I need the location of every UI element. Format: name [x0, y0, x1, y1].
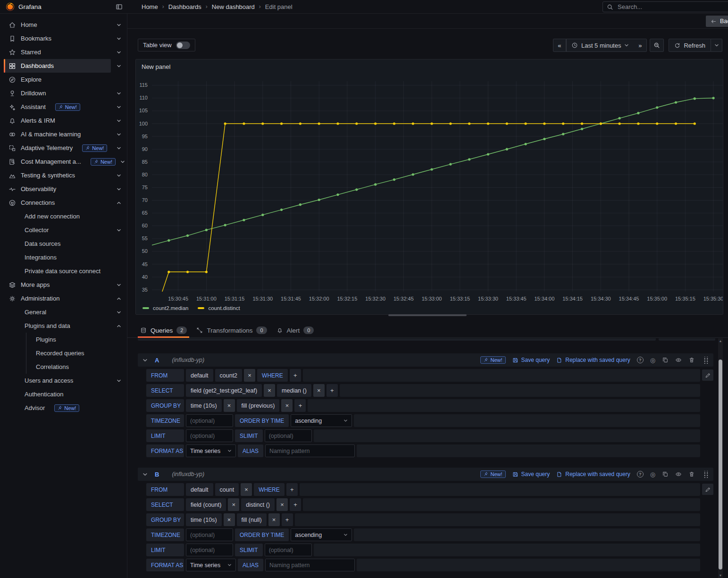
- sidebar-item-bookmarks[interactable]: Bookmarks: [0, 32, 127, 45]
- query-part-distinct[interactable]: distinct (): [241, 498, 275, 511]
- query-select-time-series[interactable]: Time series: [186, 444, 236, 457]
- query-help-button[interactable]: ?: [637, 357, 644, 363]
- breadcrumb-item-dashboards[interactable]: Dashboards: [168, 3, 201, 10]
- remove-part-button[interactable]: ×: [228, 498, 239, 511]
- chevron-down-icon[interactable]: [142, 358, 148, 363]
- sidebar-item-explore[interactable]: Explore: [0, 73, 127, 86]
- search-input[interactable]: [617, 3, 711, 11]
- time-shift-back-button[interactable]: «: [553, 39, 566, 52]
- query-select-time-series[interactable]: Time series: [186, 559, 236, 571]
- add-part-button[interactable]: +: [290, 369, 301, 382]
- panel-title[interactable]: New panel: [142, 63, 170, 70]
- chevron-down-icon[interactable]: [120, 159, 125, 164]
- query-input-naming-pattern[interactable]: [265, 444, 355, 457]
- sidebar-item-ai-machine-learning[interactable]: AI & machine learning: [0, 127, 127, 141]
- chevron-down-icon[interactable]: [117, 283, 121, 287]
- replace-with-saved-query-button[interactable]: Replace with saved query: [556, 357, 630, 363]
- query-part-median[interactable]: median (): [277, 384, 311, 397]
- dock-menu-toggle-icon[interactable]: [116, 3, 123, 10]
- sidebar-item-users-and-access[interactable]: Users and access: [0, 374, 127, 387]
- chevron-down-icon[interactable]: [142, 472, 148, 477]
- breadcrumb-item-home[interactable]: Home: [142, 3, 158, 10]
- remove-part-button[interactable]: ×: [313, 384, 325, 397]
- add-part-button[interactable]: +: [282, 513, 293, 526]
- save-query-button[interactable]: Save query: [512, 357, 550, 363]
- query-input-optional[interactable]: [186, 414, 233, 427]
- replace-with-saved-query-button[interactable]: Replace with saved query: [556, 471, 630, 477]
- remove-part-button[interactable]: ×: [244, 369, 255, 382]
- chevron-down-icon[interactable]: [117, 378, 121, 383]
- sidebar-item-home[interactable]: Home: [0, 18, 127, 32]
- chevron-down-icon[interactable]: [117, 118, 121, 123]
- remove-part-button[interactable]: ×: [224, 399, 235, 412]
- sidebar-item-integrations[interactable]: Integrations: [0, 251, 127, 264]
- back-button[interactable]: Back: [706, 16, 728, 27]
- query-part-fill-previous[interactable]: fill (previous): [237, 399, 280, 412]
- time-range-picker[interactable]: Last 5 minutes: [566, 39, 634, 52]
- chevron-down-icon[interactable]: [117, 173, 121, 178]
- table-view-toggle[interactable]: [176, 42, 190, 49]
- duplicate-query-button[interactable]: [662, 471, 669, 477]
- tab-alert[interactable]: Alert0: [274, 323, 317, 337]
- clause-keyword-where[interactable]: WHERE: [254, 483, 285, 496]
- query-part-field-count[interactable]: field (count): [186, 498, 226, 511]
- query-part-default[interactable]: default: [186, 369, 213, 382]
- chevron-up-icon[interactable]: [117, 324, 121, 328]
- query-disable-button[interactable]: ◎: [650, 357, 655, 363]
- chevron-down-icon[interactable]: [117, 36, 121, 41]
- toggle-text-edit-mode-button[interactable]: [702, 484, 713, 495]
- legend-item-count2-median[interactable]: count2.median: [142, 305, 188, 311]
- time-shift-forward-button[interactable]: »: [634, 39, 647, 52]
- refresh-interval-dropdown[interactable]: [711, 39, 722, 52]
- hide-query-button[interactable]: [675, 471, 682, 477]
- scroll-down-arrow[interactable]: ▼: [718, 574, 723, 577]
- delete-query-button[interactable]: [688, 357, 695, 363]
- add-part-button[interactable]: +: [286, 483, 298, 496]
- query-part-time-10s[interactable]: time (10s): [186, 513, 222, 526]
- chevron-down-icon[interactable]: [117, 187, 121, 192]
- add-part-button[interactable]: +: [326, 384, 338, 397]
- drag-handle-icon[interactable]: [703, 471, 709, 478]
- query-header-B[interactable]: B(influxdb-yp)New!Save queryReplace with…: [138, 468, 713, 481]
- save-query-button[interactable]: Save query: [512, 471, 550, 477]
- query-input-optional[interactable]: [186, 528, 233, 541]
- query-input-optional[interactable]: [265, 429, 312, 442]
- sidebar-item-administration[interactable]: Administration: [0, 292, 127, 305]
- sidebar-item-collector[interactable]: Collector: [0, 223, 127, 237]
- sidebar-item-correlations[interactable]: Correlations: [0, 360, 127, 374]
- sidebar-item-adaptive-telemetry[interactable]: Adaptive TelemetryNew!: [0, 141, 127, 155]
- query-select-ascending[interactable]: ascending: [291, 414, 352, 427]
- sidebar-item-private-data-source-connect[interactable]: Private data source connect: [0, 264, 127, 278]
- add-part-button[interactable]: +: [294, 399, 306, 412]
- sidebar-item-alerts-irm[interactable]: Alerts & IRM: [0, 114, 127, 127]
- query-input-optional[interactable]: [265, 544, 312, 556]
- duplicate-query-button[interactable]: [662, 357, 669, 363]
- query-select-ascending[interactable]: ascending: [291, 528, 352, 541]
- legend-item-count-distinct[interactable]: count.distinct: [198, 305, 240, 311]
- sidebar-item-observability[interactable]: Observability: [0, 182, 127, 196]
- sidebar-item-advisor[interactable]: AdvisorNew!: [0, 401, 127, 415]
- brand[interactable]: Grafana: [6, 2, 42, 11]
- add-part-button[interactable]: +: [290, 498, 301, 511]
- chevron-down-icon[interactable]: [117, 91, 121, 96]
- chevron-down-icon[interactable]: [117, 50, 121, 55]
- sidebar-item-authentication[interactable]: Authentication: [0, 387, 127, 401]
- chevron-down-icon[interactable]: [117, 23, 121, 27]
- remove-part-button[interactable]: ×: [264, 384, 275, 397]
- sidebar-item-assistant[interactable]: AssistantNew!: [0, 100, 127, 114]
- query-input-naming-pattern[interactable]: [265, 559, 355, 571]
- query-input-optional[interactable]: [186, 544, 233, 556]
- query-part-count2[interactable]: count2: [215, 369, 243, 382]
- sidebar-item-connections[interactable]: Connections: [0, 196, 127, 209]
- chevron-down-icon[interactable]: [117, 310, 121, 315]
- vertical-scrollbar[interactable]: ▲ ▼: [718, 338, 723, 578]
- tab-transformations[interactable]: Transformations0: [194, 323, 269, 337]
- search-box[interactable]: [602, 1, 728, 12]
- sidebar-item-general[interactable]: General: [0, 305, 127, 319]
- chevron-up-icon[interactable]: [117, 201, 121, 205]
- sidebar-item-add-new-connection[interactable]: Add new connection: [0, 209, 127, 223]
- sidebar-item-recorded-queries[interactable]: Recorded queries: [0, 346, 127, 360]
- pane-resize-handle[interactable]: [388, 314, 467, 316]
- query-part-count[interactable]: count: [215, 483, 239, 496]
- query-header-A[interactable]: A(influxdb-yp)New!Save queryReplace with…: [138, 353, 713, 367]
